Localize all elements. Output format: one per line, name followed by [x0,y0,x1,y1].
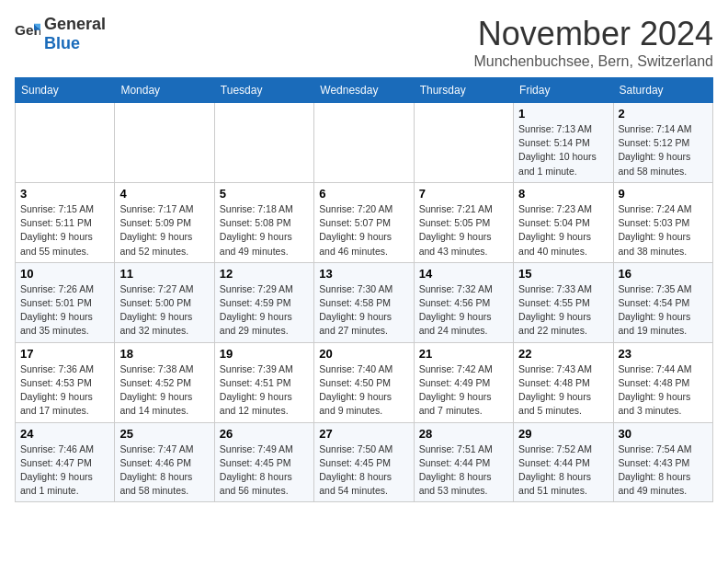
day-number: 27 [319,427,408,441]
day-cell: 19Sunrise: 7:39 AM Sunset: 4:51 PM Dayli… [214,342,313,422]
day-info: Sunrise: 7:15 AM Sunset: 5:11 PM Dayligh… [20,202,109,259]
day-number: 17 [20,347,109,361]
day-cell: 14Sunrise: 7:32 AM Sunset: 4:56 PM Dayli… [414,262,513,342]
day-info: Sunrise: 7:21 AM Sunset: 5:05 PM Dayligh… [419,202,508,259]
day-info: Sunrise: 7:40 AM Sunset: 4:50 PM Dayligh… [319,362,408,419]
title-area: November 2024 Munchenbuchsee, Bern, Swit… [473,15,713,70]
day-cell: 30Sunrise: 7:54 AM Sunset: 4:43 PM Dayli… [613,422,712,502]
logo-icon: Gen [15,21,40,47]
day-cell: 2Sunrise: 7:14 AM Sunset: 5:12 PM Daylig… [613,103,712,183]
logo-text-general: General [44,15,106,33]
day-number: 16 [619,267,708,281]
header-cell-thursday: Thursday [414,78,513,103]
day-cell: 26Sunrise: 7:49 AM Sunset: 4:45 PM Dayli… [214,422,313,502]
day-cell: 18Sunrise: 7:38 AM Sunset: 4:52 PM Dayli… [115,342,214,422]
day-info: Sunrise: 7:17 AM Sunset: 5:09 PM Dayligh… [119,202,209,259]
day-cell: 11Sunrise: 7:27 AM Sunset: 5:00 PM Dayli… [115,262,214,342]
day-cell: 6Sunrise: 7:20 AM Sunset: 5:07 PM Daylig… [314,182,414,262]
day-cell: 8Sunrise: 7:23 AM Sunset: 5:04 PM Daylig… [514,182,613,262]
day-number: 9 [619,187,708,201]
day-cell: 21Sunrise: 7:42 AM Sunset: 4:49 PM Dayli… [414,342,513,422]
day-cell: 20Sunrise: 7:40 AM Sunset: 4:50 PM Dayli… [314,342,414,422]
day-cell: 29Sunrise: 7:52 AM Sunset: 4:44 PM Dayli… [514,422,613,502]
day-info: Sunrise: 7:20 AM Sunset: 5:07 PM Dayligh… [319,202,408,259]
day-cell: 23Sunrise: 7:44 AM Sunset: 4:48 PM Dayli… [613,342,712,422]
day-number: 23 [619,347,708,361]
day-cell: 1Sunrise: 7:13 AM Sunset: 5:14 PM Daylig… [514,103,613,183]
logo-text-blue: Blue [44,34,80,52]
day-number: 26 [220,427,309,441]
day-cell: 4Sunrise: 7:17 AM Sunset: 5:09 PM Daylig… [115,182,214,262]
week-row-4: 17Sunrise: 7:36 AM Sunset: 4:53 PM Dayli… [16,342,713,422]
calendar-header: SundayMondayTuesdayWednesdayThursdayFrid… [16,78,713,103]
calendar-body: 1Sunrise: 7:13 AM Sunset: 5:14 PM Daylig… [16,103,713,502]
day-info: Sunrise: 7:43 AM Sunset: 4:48 PM Dayligh… [518,362,608,419]
header-cell-sunday: Sunday [16,78,115,103]
day-number: 14 [419,267,508,281]
day-cell: 12Sunrise: 7:29 AM Sunset: 4:59 PM Dayli… [214,262,313,342]
day-info: Sunrise: 7:35 AM Sunset: 4:54 PM Dayligh… [619,282,708,339]
day-number: 18 [119,347,209,361]
day-info: Sunrise: 7:54 AM Sunset: 4:43 PM Dayligh… [619,442,708,499]
week-row-1: 1Sunrise: 7:13 AM Sunset: 5:14 PM Daylig… [16,103,713,183]
day-info: Sunrise: 7:38 AM Sunset: 4:52 PM Dayligh… [119,362,209,419]
day-cell [214,103,313,183]
day-cell: 24Sunrise: 7:46 AM Sunset: 4:47 PM Dayli… [16,422,115,502]
header-cell-monday: Monday [115,78,214,103]
day-number: 10 [20,267,109,281]
day-cell: 28Sunrise: 7:51 AM Sunset: 4:44 PM Dayli… [414,422,513,502]
page-header: Gen General Blue November 2024 Munchenbu… [15,15,713,70]
day-number: 21 [419,347,508,361]
day-info: Sunrise: 7:13 AM Sunset: 5:14 PM Dayligh… [518,122,608,178]
day-info: Sunrise: 7:49 AM Sunset: 4:45 PM Dayligh… [220,442,309,499]
day-number: 24 [20,427,109,441]
day-number: 30 [619,427,708,441]
day-info: Sunrise: 7:42 AM Sunset: 4:49 PM Dayligh… [419,362,508,419]
day-cell: 15Sunrise: 7:33 AM Sunset: 4:55 PM Dayli… [514,262,613,342]
day-info: Sunrise: 7:23 AM Sunset: 5:04 PM Dayligh… [518,202,608,259]
day-info: Sunrise: 7:52 AM Sunset: 4:44 PM Dayligh… [518,442,608,499]
day-info: Sunrise: 7:47 AM Sunset: 4:46 PM Dayligh… [119,442,209,499]
day-cell: 17Sunrise: 7:36 AM Sunset: 4:53 PM Dayli… [16,342,115,422]
day-info: Sunrise: 7:51 AM Sunset: 4:44 PM Dayligh… [419,442,508,499]
day-info: Sunrise: 7:27 AM Sunset: 5:00 PM Dayligh… [119,282,209,339]
day-cell: 7Sunrise: 7:21 AM Sunset: 5:05 PM Daylig… [414,182,513,262]
day-cell: 25Sunrise: 7:47 AM Sunset: 4:46 PM Dayli… [115,422,214,502]
day-info: Sunrise: 7:44 AM Sunset: 4:48 PM Dayligh… [619,362,708,419]
day-cell: 13Sunrise: 7:30 AM Sunset: 4:58 PM Dayli… [314,262,414,342]
day-number: 29 [518,427,608,441]
day-number: 6 [319,187,408,201]
day-cell: 27Sunrise: 7:50 AM Sunset: 4:45 PM Dayli… [314,422,414,502]
day-cell [414,103,513,183]
day-info: Sunrise: 7:39 AM Sunset: 4:51 PM Dayligh… [220,362,309,419]
day-info: Sunrise: 7:14 AM Sunset: 5:12 PM Dayligh… [619,122,708,178]
day-number: 12 [220,267,309,281]
day-info: Sunrise: 7:29 AM Sunset: 4:59 PM Dayligh… [220,282,309,339]
day-number: 28 [419,427,508,441]
logo: Gen General Blue [15,15,106,53]
day-info: Sunrise: 7:32 AM Sunset: 4:56 PM Dayligh… [419,282,508,339]
day-info: Sunrise: 7:24 AM Sunset: 5:03 PM Dayligh… [619,202,708,259]
day-cell: 16Sunrise: 7:35 AM Sunset: 4:54 PM Dayli… [613,262,712,342]
day-cell: 3Sunrise: 7:15 AM Sunset: 5:11 PM Daylig… [16,182,115,262]
day-number: 13 [319,267,408,281]
header-row: SundayMondayTuesdayWednesdayThursdayFrid… [16,78,713,103]
subtitle: Munchenbuchsee, Bern, Switzerland [473,53,713,70]
month-title: November 2024 [473,15,713,53]
day-cell [115,103,214,183]
day-number: 5 [220,187,309,201]
day-cell [16,103,115,183]
day-info: Sunrise: 7:33 AM Sunset: 4:55 PM Dayligh… [518,282,608,339]
day-info: Sunrise: 7:30 AM Sunset: 4:58 PM Dayligh… [319,282,408,339]
day-number: 7 [419,187,508,201]
day-number: 20 [319,347,408,361]
day-cell: 10Sunrise: 7:26 AM Sunset: 5:01 PM Dayli… [16,262,115,342]
day-number: 1 [518,107,608,121]
day-number: 22 [518,347,608,361]
header-cell-tuesday: Tuesday [214,78,313,103]
day-number: 11 [119,267,209,281]
day-cell: 22Sunrise: 7:43 AM Sunset: 4:48 PM Dayli… [514,342,613,422]
day-info: Sunrise: 7:18 AM Sunset: 5:08 PM Dayligh… [220,202,309,259]
day-number: 2 [619,107,708,121]
calendar-table: SundayMondayTuesdayWednesdayThursdayFrid… [15,77,713,502]
